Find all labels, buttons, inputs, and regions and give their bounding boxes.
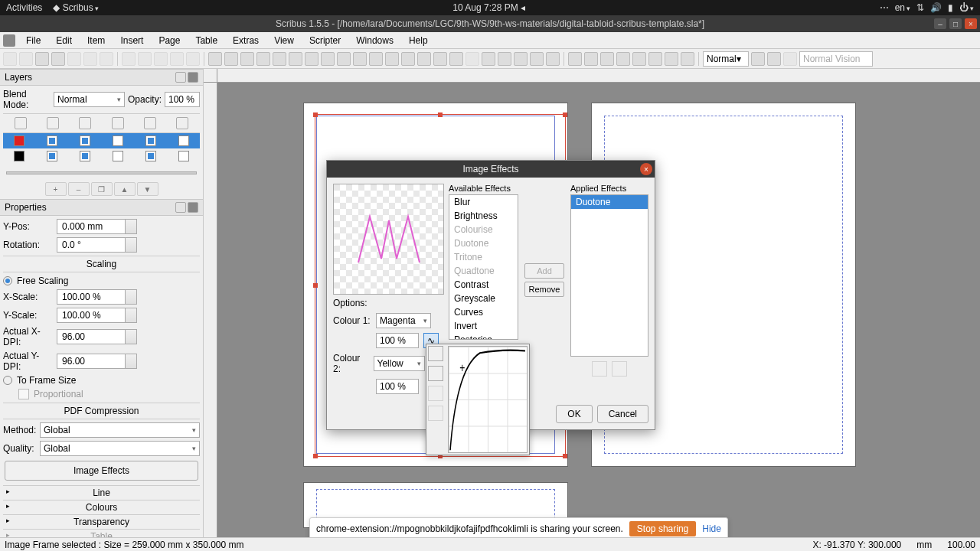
curve-load-icon[interactable] bbox=[428, 406, 443, 421]
effect-blur[interactable]: Blur bbox=[449, 195, 518, 209]
tool-link[interactable] bbox=[482, 52, 495, 66]
close-button[interactable]: × bbox=[965, 18, 977, 29]
image-effects-button[interactable]: Image Effects bbox=[5, 461, 198, 481]
tool-cut[interactable] bbox=[154, 52, 168, 66]
tool-unlink[interactable] bbox=[498, 52, 511, 66]
rotation-input[interactable]: 0.0 ° bbox=[57, 237, 137, 253]
layer-outline-checkbox[interactable] bbox=[178, 135, 189, 146]
method-select[interactable]: Global bbox=[40, 422, 200, 438]
tool-line[interactable] bbox=[353, 52, 367, 66]
tool-save[interactable] bbox=[35, 52, 49, 66]
layers-float-icon[interactable] bbox=[175, 72, 186, 83]
layers-close-icon[interactable] bbox=[188, 72, 198, 83]
layer-color-swatch[interactable] bbox=[14, 151, 24, 161]
ok-button[interactable]: OK bbox=[556, 405, 592, 423]
tool-edit-content[interactable] bbox=[449, 52, 463, 66]
tool-edit-mode[interactable] bbox=[783, 52, 797, 66]
props-float-icon[interactable] bbox=[175, 202, 186, 213]
tool-copy-props[interactable] bbox=[530, 52, 544, 66]
move-effect-down[interactable] bbox=[612, 361, 627, 377]
remove-effect-button[interactable]: Remove bbox=[524, 282, 564, 297]
yscale-input[interactable]: 100.00 % bbox=[57, 308, 137, 323]
power-icon[interactable]: ⏻ bbox=[959, 2, 974, 13]
tool-pdf-combo[interactable] bbox=[632, 52, 646, 66]
tool-arc[interactable] bbox=[305, 52, 318, 66]
tool-pdf[interactable] bbox=[100, 52, 113, 66]
network-icon[interactable]: ⇅ bbox=[916, 2, 924, 13]
tool-pdf-text[interactable] bbox=[600, 52, 614, 66]
layer-row[interactable] bbox=[3, 148, 200, 164]
props-close-icon[interactable] bbox=[188, 202, 198, 213]
ruler-vertical[interactable] bbox=[204, 83, 217, 551]
tool-eyedropper[interactable] bbox=[546, 52, 560, 66]
applied-effects-list[interactable]: Duotone bbox=[570, 194, 648, 357]
dialog-close-button[interactable]: × bbox=[640, 163, 652, 175]
tool-calligraphic[interactable] bbox=[401, 52, 415, 66]
menu-extras[interactable]: Extras bbox=[225, 34, 266, 47]
menu-item[interactable]: Item bbox=[80, 34, 113, 47]
cancel-button[interactable]: Cancel bbox=[597, 405, 648, 423]
layer-lock-checkbox[interactable] bbox=[113, 151, 123, 161]
battery-icon[interactable]: ▮ bbox=[948, 2, 953, 13]
xscale-input[interactable]: 100.00 % bbox=[57, 289, 137, 305]
layer-down-button[interactable]: ▼ bbox=[137, 182, 158, 196]
effect-brightness[interactable]: Brightness bbox=[449, 209, 518, 223]
tool-measure[interactable] bbox=[514, 52, 528, 66]
applied-effect-duotone[interactable]: Duotone bbox=[571, 195, 648, 209]
tool-pdf-link[interactable] bbox=[681, 52, 694, 66]
tool-preview[interactable] bbox=[767, 52, 781, 66]
effect-curves[interactable]: Curves bbox=[449, 305, 518, 319]
line-expander[interactable]: Line bbox=[3, 485, 200, 500]
tool-zoom[interactable] bbox=[433, 52, 447, 66]
tool-render[interactable] bbox=[256, 52, 270, 66]
menu-edit[interactable]: Edit bbox=[48, 34, 80, 47]
tool-redo[interactable] bbox=[138, 52, 152, 66]
layer-print-checkbox[interactable] bbox=[80, 135, 90, 146]
maximize-button[interactable]: □ bbox=[949, 18, 962, 29]
layer-flow-checkbox[interactable] bbox=[145, 135, 156, 146]
vision-select[interactable]: Normal Vision bbox=[799, 51, 873, 67]
menu-windows[interactable]: Windows bbox=[348, 34, 401, 47]
dialog-titlebar[interactable]: Image Effects × bbox=[327, 161, 655, 178]
menu-scripter[interactable]: Scripter bbox=[302, 34, 348, 47]
actual-ydpi-input[interactable]: 96.00 bbox=[57, 354, 137, 369]
display-mode-select[interactable]: Normal ▾ bbox=[703, 51, 749, 67]
curve-reset-icon[interactable] bbox=[428, 346, 443, 361]
tool-pdf-radio[interactable] bbox=[584, 52, 598, 66]
clock[interactable]: 10 Aug 7:28 PM ◂ bbox=[99, 2, 880, 13]
effect-posterise[interactable]: Posterise bbox=[449, 333, 518, 340]
to-frame-radio[interactable] bbox=[3, 376, 12, 385]
quality-select[interactable]: Global bbox=[40, 441, 200, 456]
opacity-spin[interactable]: 100 % bbox=[165, 92, 200, 107]
minimize-button[interactable]: – bbox=[934, 18, 946, 29]
volume-icon[interactable]: 🔊 bbox=[930, 2, 942, 13]
curve-canvas[interactable]: + bbox=[448, 346, 528, 453]
tool-polygon[interactable] bbox=[337, 52, 351, 66]
layer-visible-checkbox[interactable] bbox=[47, 135, 57, 146]
menu-view[interactable]: View bbox=[266, 34, 302, 47]
effect-contrast[interactable]: Contrast bbox=[449, 278, 518, 292]
colour2-select[interactable]: Yellow bbox=[374, 356, 426, 371]
menu-table[interactable]: Table bbox=[188, 34, 225, 47]
status-unit[interactable]: mm bbox=[916, 540, 932, 550]
tool-paste[interactable] bbox=[186, 52, 200, 66]
actual-xdpi-input[interactable]: 96.00 bbox=[57, 329, 137, 344]
layer-add-button[interactable]: + bbox=[45, 182, 67, 196]
layer-flow-checkbox[interactable] bbox=[145, 151, 156, 161]
move-effect-up[interactable] bbox=[592, 361, 607, 377]
layer-remove-button[interactable]: – bbox=[68, 182, 90, 196]
tool-freehand[interactable] bbox=[385, 52, 399, 66]
colour2-percent[interactable]: 100 % bbox=[376, 379, 419, 394]
ypos-input[interactable]: 0.000 mm bbox=[57, 219, 137, 234]
ruler-horizontal[interactable] bbox=[217, 69, 980, 83]
tool-imageframe[interactable] bbox=[240, 52, 254, 66]
stop-sharing-button[interactable]: Stop sharing bbox=[629, 521, 696, 536]
menu-page[interactable]: Page bbox=[151, 34, 188, 47]
free-scaling-radio[interactable] bbox=[3, 276, 12, 285]
tool-close[interactable] bbox=[51, 52, 65, 66]
tool-pdf-push[interactable] bbox=[568, 52, 582, 66]
menu-insert[interactable]: Insert bbox=[113, 34, 151, 47]
layer-dup-button[interactable]: ❐ bbox=[91, 182, 113, 196]
tool-pdf-annot[interactable] bbox=[665, 52, 678, 66]
menu-file[interactable]: File bbox=[18, 34, 48, 47]
